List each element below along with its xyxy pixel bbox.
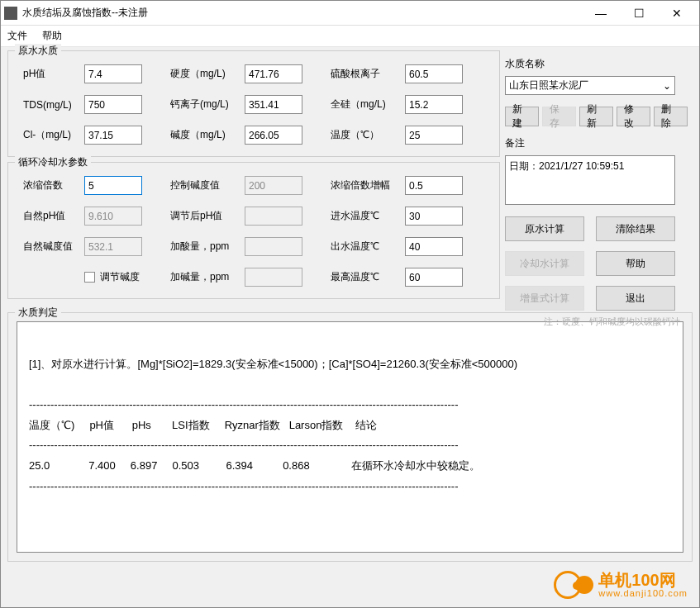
ph-label: pH值 (20, 67, 84, 81)
app-icon (4, 7, 17, 20)
conc-input[interactable] (84, 176, 142, 195)
raw-water-group: 原水水质 pH值 硬度（mg/L) 硫酸根离子 TDS(mg/L) 钙离子 (7, 50, 500, 157)
concinc-label: 浓缩倍数增幅 (331, 178, 407, 192)
raw-calc-button[interactable]: 原水计算 (505, 216, 584, 241)
natph-input (84, 207, 142, 226)
maximize-icon[interactable]: ☐ (620, 1, 658, 26)
remark-label: 备注 (505, 136, 688, 150)
water-name-label: 水质名称 (505, 57, 688, 71)
tin-input[interactable] (405, 207, 463, 226)
tout-label: 出水温度℃ (331, 240, 407, 254)
menu-help[interactable]: 帮助 (42, 29, 62, 43)
si-input[interactable] (405, 95, 463, 114)
cl-label: Cl-（mg/L) (20, 128, 84, 142)
exit-button[interactable]: 退出 (596, 286, 675, 311)
si-label: 全硅（mg/L) (331, 97, 407, 112)
help-button[interactable]: 帮助 (596, 251, 675, 276)
result-legend: 水质判定 (15, 306, 61, 320)
ctrlalk-label: 控制碱度值 (170, 178, 246, 192)
result-group: 水质判定 注：硬度、钙和碱度均以碳酸钙计 [1]、对原水进行计算。[Mg]*[S… (7, 312, 693, 562)
sulfate-input[interactable] (405, 64, 463, 83)
tds-input[interactable] (84, 95, 142, 114)
adjalk-checkbox[interactable]: 调节碱度 (84, 270, 145, 284)
alk-input[interactable] (245, 126, 302, 145)
refresh-button[interactable]: 刷新 (579, 107, 613, 126)
result-textarea[interactable]: [1]、对原水进行计算。[Mg]*[SiO2]=1829.3(安全标准<1500… (17, 321, 683, 553)
menubar: 文件 帮助 (1, 26, 699, 47)
menu-file[interactable]: 文件 (7, 29, 27, 43)
temp-input[interactable] (405, 126, 463, 145)
save-button: 保存 (542, 107, 576, 126)
window-title: 水质结垢及腐蚀指数--未注册 (22, 6, 582, 20)
water-name-value: 山东日照某水泥厂 (509, 78, 588, 93)
natalk-input (84, 237, 142, 256)
adjalk-label: 调节碱度 (100, 270, 140, 284)
content: 原水水质 pH值 硬度（mg/L) 硫酸根离子 TDS(mg/L) 钙离子 (1, 47, 699, 568)
result-content: [1]、对原水进行计算。[Mg]*[SiO2]=1829.3(安全标准<1500… (29, 358, 517, 492)
titlebar: 水质结垢及腐蚀指数--未注册 — ☐ ✕ (1, 1, 699, 26)
alk-label: 碱度（mg/L) (170, 128, 246, 142)
water-name-select[interactable]: 山东日照某水泥厂 ⌄ (505, 76, 675, 95)
ca-input[interactable] (245, 95, 302, 114)
cl-input[interactable] (84, 126, 142, 145)
base-input (245, 268, 302, 287)
hardness-input[interactable] (245, 64, 302, 83)
result-note: 注：硬度、钙和碱度均以碳酸钙计 (544, 316, 680, 328)
tmax-label: 最高温度℃ (331, 270, 407, 284)
ph-input[interactable] (84, 64, 142, 83)
raw-water-legend: 原水水质 (15, 44, 61, 58)
adjph-input (245, 207, 302, 226)
cooling-water-legend: 循环冷却水参数 (15, 155, 91, 169)
minimize-icon[interactable]: — (582, 1, 620, 26)
chevron-down-icon: ⌄ (663, 80, 671, 92)
natalk-label: 自然碱度值 (20, 240, 84, 254)
ctrlalk-input (245, 176, 302, 195)
watermark-icon (554, 571, 582, 599)
hardness-label: 硬度（mg/L) (170, 67, 246, 81)
base-label: 加碱量，ppm (170, 270, 246, 284)
watermark-sub: www.danji100.com (598, 588, 688, 598)
delete-button[interactable]: 删除 (654, 107, 688, 126)
sulfate-label: 硫酸根离子 (331, 67, 407, 81)
tmax-input[interactable] (405, 268, 463, 287)
tds-label: TDS(mg/L) (20, 99, 84, 111)
natph-label: 自然pH值 (20, 209, 84, 223)
ca-label: 钙离子(mg/L) (170, 97, 246, 112)
remark-text: 日期：2021/1/27 10:59:51 (509, 160, 624, 172)
adjph-label: 调节后pH值 (170, 209, 246, 223)
conc-label: 浓缩倍数 (20, 178, 84, 192)
app-window: 水质结垢及腐蚀指数--未注册 — ☐ ✕ 文件 帮助 原水水质 pH值 硬度（m… (0, 0, 700, 608)
acid-input (245, 237, 302, 256)
watermark: 单机100网 www.danji100.com (554, 571, 688, 599)
watermark-text: 单机100网 (598, 572, 688, 588)
edit-button[interactable]: 修改 (617, 107, 650, 126)
remark-textarea[interactable]: 日期：2021/1/27 10:59:51 (505, 155, 675, 205)
checkbox-icon (84, 272, 95, 283)
temp-label: 温度（℃） (331, 128, 407, 142)
cooling-water-group: 循环冷却水参数 浓缩倍数 控制碱度值 浓缩倍数增幅 自然pH值 调节后pH (7, 162, 500, 299)
concinc-input[interactable] (405, 176, 463, 195)
right-panel: 水质名称 山东日照某水泥厂 ⌄ 新建 保存 刷新 修改 删除 备注 日期：202… (500, 50, 693, 311)
tout-input[interactable] (405, 237, 463, 256)
clear-result-button[interactable]: 清除结果 (596, 216, 675, 241)
inc-calc-button: 增量式计算 (505, 286, 584, 311)
new-button[interactable]: 新建 (505, 107, 539, 126)
cool-calc-button: 冷却水计算 (505, 251, 584, 276)
tin-label: 进水温度℃ (331, 209, 407, 223)
acid-label: 加酸量，ppm (170, 240, 246, 254)
close-icon[interactable]: ✕ (658, 1, 696, 26)
